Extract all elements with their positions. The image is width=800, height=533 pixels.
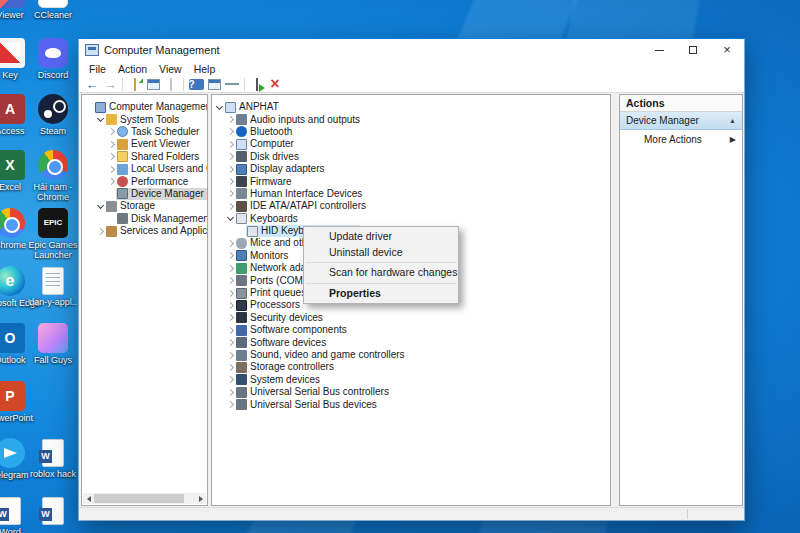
- chevron-right-icon[interactable]: [96, 227, 105, 236]
- more-actions-item[interactable]: More Actions ▶: [620, 130, 742, 148]
- toolbar-uninstall-icon[interactable]: [266, 77, 284, 92]
- toolbar-scan-hardware-icon[interactable]: [248, 77, 266, 92]
- desktop-icon-dan-y-appl[interactable]: dan-y-appl..: [21, 266, 85, 307]
- chevron-right-icon[interactable]: [107, 165, 116, 174]
- close-button[interactable]: ×: [710, 39, 744, 61]
- chevron-right-icon[interactable]: [226, 127, 235, 136]
- tree-item-software-components[interactable]: Software components: [212, 324, 610, 336]
- scroll-right-arrow-icon[interactable]: [195, 493, 206, 504]
- tree-item-human-interface-devices[interactable]: Human Interface Devices: [212, 188, 610, 200]
- chevron-right-icon[interactable]: [226, 251, 235, 260]
- tree-item-device-manager[interactable]: Device Manager: [82, 188, 207, 200]
- tree-item-sound-video-and-game-controllers[interactable]: Sound, video and game controllers: [212, 349, 610, 361]
- tree-item-universal-serial-bus-devices[interactable]: Universal Serial Bus devices: [212, 398, 610, 410]
- toolbar-export-list-icon[interactable]: [126, 77, 144, 92]
- chevron-right-icon[interactable]: [226, 289, 235, 298]
- chevron-right-icon[interactable]: [226, 326, 235, 335]
- chevron-right-icon[interactable]: [107, 152, 116, 161]
- tree-item-services-and-applications[interactable]: Services and Applications: [82, 225, 207, 237]
- tree-item-system-devices[interactable]: System devices: [212, 374, 610, 386]
- tree-item-ide-ata-atapi-controllers[interactable]: IDE ATA/ATAPI controllers: [212, 200, 610, 212]
- chevron-down-icon[interactable]: [215, 103, 224, 112]
- tree-item-shared-folders[interactable]: Shared Folders: [82, 151, 207, 163]
- tree-item-universal-serial-bus-controllers[interactable]: Universal Serial Bus controllers: [212, 386, 610, 398]
- context-menu-item-update-driver[interactable]: Update driver: [304, 229, 458, 245]
- menu-action[interactable]: Action: [112, 63, 153, 75]
- tree-item-performance[interactable]: Performance: [82, 175, 207, 187]
- menu-file[interactable]: File: [83, 63, 112, 75]
- toolbar-help-icon[interactable]: [187, 77, 205, 92]
- chevron-right-icon[interactable]: [226, 363, 235, 372]
- tree-item-computer-management-local[interactable]: Computer Management (Local: [82, 101, 207, 113]
- tree-item-disk-management[interactable]: Disk Management: [82, 213, 207, 225]
- toolbar-forward-icon[interactable]: [101, 77, 119, 92]
- context-menu-item-uninstall-device[interactable]: Uninstall device: [304, 245, 458, 261]
- tree-item-system-tools[interactable]: System Tools: [82, 113, 207, 125]
- title-bar[interactable]: Computer Management ×: [79, 39, 744, 61]
- desktop-icon-steam[interactable]: Steam: [21, 94, 85, 136]
- horizontal-scrollbar[interactable]: [83, 493, 206, 504]
- chevron-right-icon[interactable]: [226, 313, 235, 322]
- desktop-icon-epic-games-launcher[interactable]: Epic Games Launcher: [21, 208, 85, 260]
- chevron-right-icon[interactable]: [226, 140, 235, 149]
- minimize-button[interactable]: [642, 39, 676, 61]
- tree-item-bluetooth[interactable]: Bluetooth: [212, 126, 610, 138]
- tree-item-security-devices[interactable]: Security devices: [212, 312, 610, 324]
- tree-item-anphat[interactable]: ANPHAT: [212, 101, 610, 113]
- chevron-down-icon[interactable]: [96, 115, 105, 124]
- desktop-icon-h-i-nam-chrome[interactable]: Hải nam - Chrome: [21, 150, 85, 202]
- chevron-right-icon[interactable]: [226, 165, 235, 174]
- desktop-icon-powerpoint[interactable]: PowerPoint: [0, 381, 42, 423]
- chevron-right-icon[interactable]: [107, 177, 116, 186]
- menu-help[interactable]: Help: [188, 63, 222, 75]
- tree-item-computer[interactable]: Computer: [212, 138, 610, 150]
- scroll-left-arrow-icon[interactable]: [83, 493, 94, 504]
- chevron-right-icon[interactable]: [226, 189, 235, 198]
- maximize-button[interactable]: [676, 39, 710, 61]
- chevron-right-icon[interactable]: [226, 375, 235, 384]
- context-menu-item-properties[interactable]: Properties: [304, 286, 458, 302]
- tree-item-event-viewer[interactable]: Event Viewer: [82, 138, 207, 150]
- tree-item-task-scheduler[interactable]: Task Scheduler: [82, 126, 207, 138]
- chevron-right-icon[interactable]: [226, 400, 235, 409]
- chevron-right-icon[interactable]: [226, 264, 235, 273]
- chevron-down-icon[interactable]: [226, 214, 235, 223]
- tree-item-software-devices[interactable]: Software devices: [212, 336, 610, 348]
- tree-item-storage[interactable]: Storage: [82, 200, 207, 212]
- toolbar-console-dialog-icon[interactable]: [223, 77, 241, 92]
- chevron-right-icon[interactable]: [226, 351, 235, 360]
- toolbar-properties-icon[interactable]: [162, 77, 180, 92]
- desktop-icon-word[interactable]: [21, 496, 85, 527]
- tree-item-disk-drives[interactable]: Disk drives: [212, 151, 610, 163]
- chevron-right-icon[interactable]: [107, 127, 116, 136]
- toolbar-console-window-icon[interactable]: [205, 77, 223, 92]
- tree-item-storage-controllers[interactable]: Storage controllers: [212, 361, 610, 373]
- chevron-right-icon[interactable]: [226, 276, 235, 285]
- chevron-right-icon[interactable]: [226, 202, 235, 211]
- collapse-section-icon[interactable]: ▲: [729, 117, 736, 124]
- chevron-right-icon[interactable]: [226, 338, 235, 347]
- chevron-right-icon[interactable]: [226, 152, 235, 161]
- toolbar-back-icon[interactable]: [83, 77, 101, 92]
- tree-item-audio-inputs-and-outputs[interactable]: Audio inputs and outputs: [212, 113, 610, 125]
- desktop-icon-fall-guys[interactable]: Fall Guys: [21, 323, 85, 365]
- chevron-right-icon[interactable]: [226, 115, 235, 124]
- toolbar-show-console-tree-icon[interactable]: [144, 77, 162, 92]
- desktop-icon-ccleaner[interactable]: CCleaner: [21, 0, 85, 20]
- tree-item-display-adapters[interactable]: Display adapters: [212, 163, 610, 175]
- tree-item-local-users-and-groups[interactable]: Local Users and Groups: [82, 163, 207, 175]
- chevron-right-icon[interactable]: [226, 301, 235, 310]
- menu-view[interactable]: View: [153, 63, 188, 75]
- chevron-down-icon[interactable]: [96, 202, 105, 211]
- context-menu-item-scan-for-hardware-changes[interactable]: Scan for hardware changes: [304, 265, 458, 281]
- chevron-right-icon[interactable]: [107, 140, 116, 149]
- chevron-right-icon[interactable]: [226, 177, 235, 186]
- chevron-right-icon[interactable]: [226, 239, 235, 248]
- actions-section-device-manager[interactable]: Device Manager ▲: [620, 112, 742, 130]
- chevron-right-icon[interactable]: [226, 388, 235, 397]
- tree-item-firmware[interactable]: Firmware: [212, 175, 610, 187]
- scrollbar-thumb[interactable]: [94, 494, 184, 503]
- desktop-icon-roblox-hack[interactable]: roblox hack: [21, 438, 85, 479]
- desktop-icon-discord[interactable]: Discord: [21, 38, 85, 80]
- tree-item-keyboards[interactable]: Keyboards: [212, 213, 610, 225]
